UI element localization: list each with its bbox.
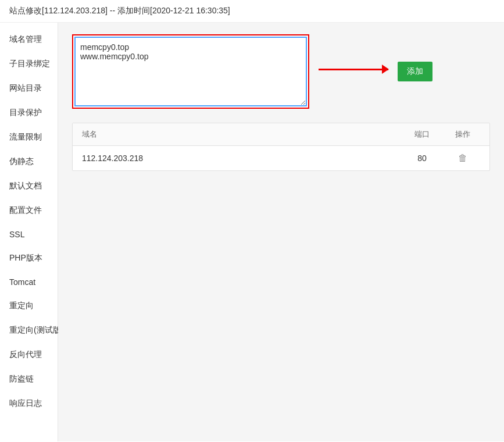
sidebar-item-domain-mgmt[interactable]: 域名管理	[0, 27, 58, 52]
row-port: 80	[399, 154, 445, 163]
sidebar-item-php-version[interactable]: PHP版本	[0, 246, 58, 270]
sidebar-item-redirect[interactable]: 重定向	[0, 294, 58, 318]
row-domain: 112.124.203.218	[82, 154, 399, 163]
add-button[interactable]: 添加	[398, 62, 432, 81]
sidebar-item-dir-protect[interactable]: 目录保护	[0, 101, 58, 125]
domain-input-section: 添加	[72, 34, 490, 109]
domain-table: 域名 端口 操作 112.124.203.218 80 🗑	[72, 123, 490, 171]
page-title: 站点修改[112.124.203.218] -- 添加时间[2020-12-21…	[0, 0, 504, 23]
sidebar-item-reverse-proxy[interactable]: 反向代理	[0, 343, 58, 367]
sidebar-item-redirect-beta[interactable]: 重定向(测试版)	[0, 318, 58, 343]
textarea-outer-border	[72, 34, 309, 109]
sidebar-item-subdir-bind[interactable]: 子目录绑定	[0, 52, 58, 76]
domain-textarea[interactable]	[74, 37, 307, 106]
header-domain: 域名	[82, 129, 399, 140]
sidebar-item-tomcat[interactable]: Tomcat	[0, 270, 58, 294]
delete-icon[interactable]: 🗑	[458, 153, 467, 163]
sidebar-item-website-dir[interactable]: 网站目录	[0, 76, 58, 101]
arrow-container	[309, 34, 398, 104]
sidebar-item-traffic-limit[interactable]: 流量限制	[0, 125, 58, 149]
table-row: 112.124.203.218 80 🗑	[73, 146, 489, 170]
sidebar-item-config-file[interactable]: 配置文件	[0, 198, 58, 223]
sidebar: 域名管理 子目录绑定 网站目录 目录保护 流量限制 伪静态 默认文档 配置文件 …	[0, 23, 58, 441]
arrow-line	[319, 69, 388, 70]
header-port: 端口	[399, 129, 445, 140]
sidebar-item-hotlink-protect[interactable]: 防盗链	[0, 367, 58, 391]
sidebar-item-response-log[interactable]: 响应日志	[0, 391, 58, 416]
sidebar-item-default-doc[interactable]: 默认文档	[0, 174, 58, 198]
sidebar-item-ssl[interactable]: SSL	[0, 223, 58, 246]
table-header: 域名 端口 操作	[73, 123, 489, 146]
sidebar-item-pseudo-static[interactable]: 伪静态	[0, 149, 58, 174]
header-action: 操作	[445, 129, 480, 140]
row-action-cell: 🗑	[445, 153, 480, 163]
main-content: 添加 域名 端口 操作 112.124.203.218 80 🗑	[58, 23, 504, 441]
